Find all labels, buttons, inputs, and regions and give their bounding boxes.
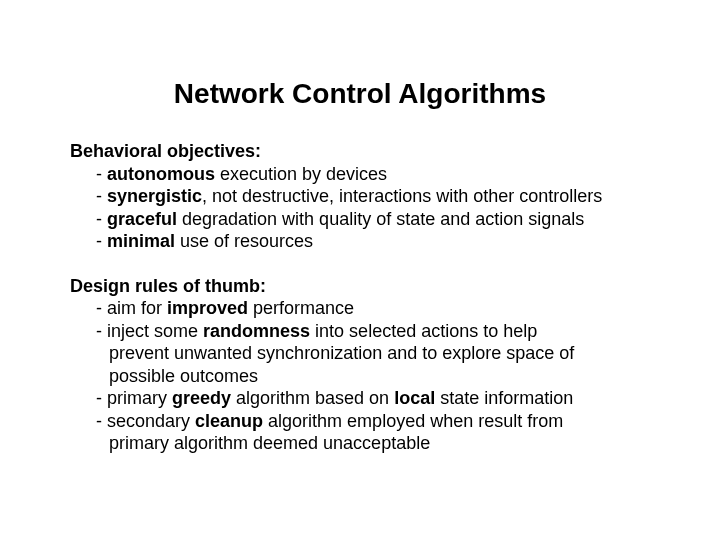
item-text: into selected actions to help <box>310 321 537 341</box>
list-item: - secondary cleanup algorithm employed w… <box>96 410 660 433</box>
slide-body: Behavioral objectives: - autonomous exec… <box>70 140 660 455</box>
list-item-continuation: prevent unwanted synchronization and to … <box>96 342 660 365</box>
item-text: use of resources <box>175 231 313 251</box>
item-keyword: minimal <box>107 231 175 251</box>
list-item: - primary greedy algorithm based on loca… <box>96 387 660 410</box>
item-text: state information <box>435 388 573 408</box>
item-keyword: randomness <box>203 321 310 341</box>
section-gap <box>70 253 660 275</box>
item-text: performance <box>248 298 354 318</box>
item-keyword: synergistic <box>107 186 202 206</box>
item-dash: - <box>96 186 107 206</box>
item-dash: - <box>96 164 107 184</box>
section-heading-design: Design rules of thumb: <box>70 275 660 298</box>
item-text: - primary <box>96 388 172 408</box>
item-text: , not destructive, interactions with oth… <box>202 186 602 206</box>
item-keyword: local <box>394 388 435 408</box>
item-keyword: greedy <box>172 388 231 408</box>
list-item-continuation: possible outcomes <box>96 365 660 388</box>
list-item: - autonomous execution by devices <box>96 163 660 186</box>
item-text: - secondary <box>96 411 195 431</box>
item-keyword: cleanup <box>195 411 263 431</box>
item-text: execution by devices <box>215 164 387 184</box>
item-dash: - <box>96 209 107 229</box>
slide-title: Network Control Algorithms <box>0 78 720 110</box>
list-item: - graceful degradation with quality of s… <box>96 208 660 231</box>
item-text: algorithm based on <box>231 388 394 408</box>
item-keyword: graceful <box>107 209 177 229</box>
item-text: - inject some <box>96 321 203 341</box>
list-item-continuation: primary algorithm deemed unacceptable <box>96 432 660 455</box>
item-text: algorithm employed when result from <box>263 411 563 431</box>
list-item: - minimal use of resources <box>96 230 660 253</box>
slide: Network Control Algorithms Behavioral ob… <box>0 0 720 540</box>
list-item: - inject some randomness into selected a… <box>96 320 660 343</box>
list-item: - synergistic, not destructive, interact… <box>96 185 660 208</box>
item-dash: - <box>96 231 107 251</box>
item-keyword: autonomous <box>107 164 215 184</box>
list-item: - aim for improved performance <box>96 297 660 320</box>
item-text: degradation with quality of state and ac… <box>177 209 584 229</box>
section-heading-behavioral: Behavioral objectives: <box>70 140 660 163</box>
item-text: - aim for <box>96 298 167 318</box>
item-keyword: improved <box>167 298 248 318</box>
